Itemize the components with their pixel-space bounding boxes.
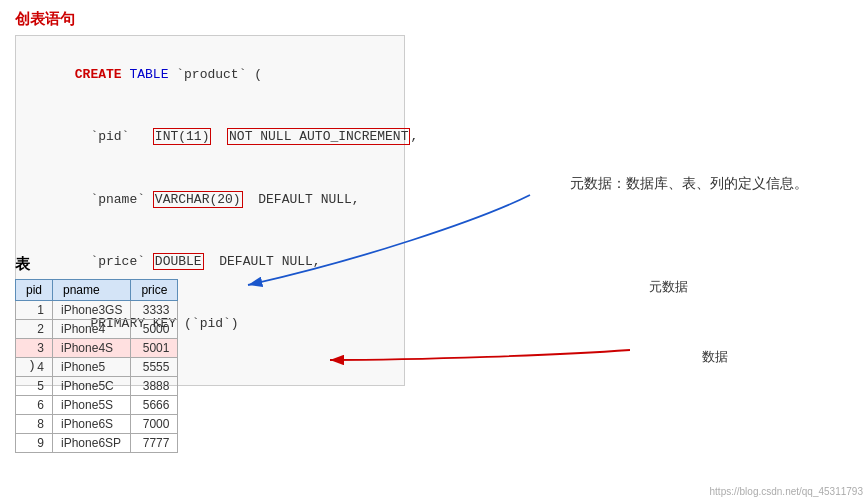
data-table: pid pname price 1 iPhone3GS 3333 2 iPhon… bbox=[15, 279, 178, 453]
table-row: 2 iPhone4 5000 bbox=[16, 320, 178, 339]
col-pname: pname bbox=[53, 280, 131, 301]
cell-pid: 5 bbox=[16, 377, 53, 396]
cell-pname: iPhone6SP bbox=[53, 434, 131, 453]
code-line-3: `pname` VARCHAR(20) DEFAULT NULL, bbox=[28, 169, 392, 231]
metadata-label: 元数据 bbox=[649, 278, 688, 296]
notnull-highlight: NOT NULL AUTO_INCREMENT bbox=[227, 128, 410, 145]
table-row: 5 iPhone5C 3888 bbox=[16, 377, 178, 396]
table-row: 8 iPhone6S 7000 bbox=[16, 415, 178, 434]
cell-pname: iPhone3GS bbox=[53, 301, 131, 320]
cell-price: 5666 bbox=[131, 396, 178, 415]
cell-pid: 1 bbox=[16, 301, 53, 320]
table-section: 表 pid pname price 1 iPhone3GS 3333 2 iPh… bbox=[15, 255, 178, 453]
cell-pid: 8 bbox=[16, 415, 53, 434]
cell-pid: 2 bbox=[16, 320, 53, 339]
main-container: 创表语句 CREATE TABLE `product` ( `pid` INT(… bbox=[0, 0, 868, 502]
cell-pname: iPhone5C bbox=[53, 377, 131, 396]
code-line-2: `pid` INT(11) NOT NULL AUTO_INCREMENT, bbox=[28, 106, 392, 168]
table-row: 9 iPhone6SP 7777 bbox=[16, 434, 178, 453]
cell-price: 5001 bbox=[131, 339, 178, 358]
code-section-title: 创表语句 bbox=[15, 10, 853, 29]
col-pid: pid bbox=[16, 280, 53, 301]
cell-pid: 9 bbox=[16, 434, 53, 453]
cell-pname: iPhone4S bbox=[53, 339, 131, 358]
data-label: 数据 bbox=[702, 348, 728, 366]
create-keyword: CREATE bbox=[75, 67, 122, 82]
table-row-highlight: 3 iPhone4S 5001 bbox=[16, 339, 178, 358]
table-keyword: TABLE bbox=[122, 67, 169, 82]
cell-pname: iPhone4 bbox=[53, 320, 131, 339]
cell-pname: iPhone5 bbox=[53, 358, 131, 377]
cell-pname: iPhone5S bbox=[53, 396, 131, 415]
cell-price: 3888 bbox=[131, 377, 178, 396]
table-header-row: pid pname price bbox=[16, 280, 178, 301]
metadata-description: 元数据：数据库、表、列的定义信息。 bbox=[570, 175, 808, 193]
cell-price: 7000 bbox=[131, 415, 178, 434]
cell-price: 5555 bbox=[131, 358, 178, 377]
cell-price: 3333 bbox=[131, 301, 178, 320]
table-section-title: 表 bbox=[15, 255, 178, 274]
cell-price: 7777 bbox=[131, 434, 178, 453]
varchar-highlight: VARCHAR(20) bbox=[153, 191, 243, 208]
cell-pid: 3 bbox=[16, 339, 53, 358]
cell-pid: 6 bbox=[16, 396, 53, 415]
table-row: 4 iPhone5 5555 bbox=[16, 358, 178, 377]
table-row: 6 iPhone5S 5666 bbox=[16, 396, 178, 415]
col-price: price bbox=[131, 280, 178, 301]
code-line-1: CREATE TABLE `product` ( bbox=[28, 44, 392, 106]
watermark: https://blog.csdn.net/qq_45311793 bbox=[710, 486, 863, 497]
cell-pname: iPhone6S bbox=[53, 415, 131, 434]
table-row: 1 iPhone3GS 3333 bbox=[16, 301, 178, 320]
cell-pid: 4 bbox=[16, 358, 53, 377]
cell-price: 5000 bbox=[131, 320, 178, 339]
int-highlight: INT(11) bbox=[153, 128, 212, 145]
